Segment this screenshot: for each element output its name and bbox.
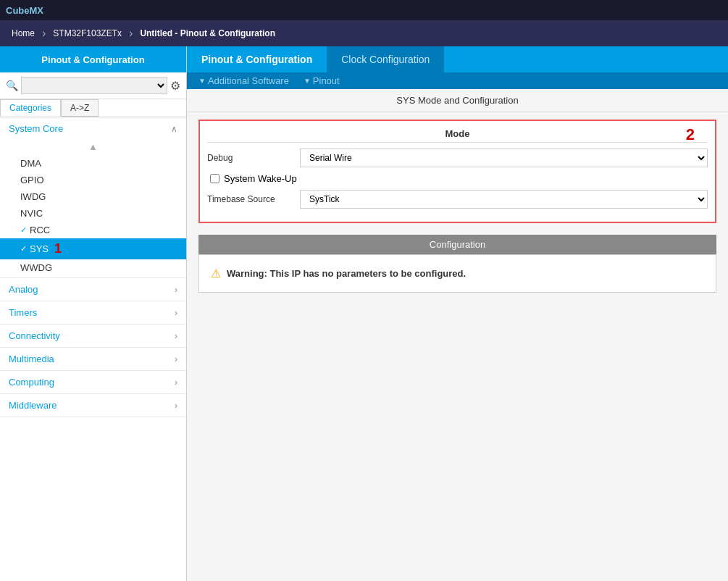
sidebar-item-rcc[interactable]: ✓ RCC <box>0 222 186 238</box>
gpio-label: GPIO <box>20 175 44 185</box>
filter-tabs: Categories A->Z <box>0 99 186 117</box>
rcc-label: RCC <box>30 225 50 235</box>
top-bar: CubeMX <box>0 0 728 20</box>
config-bottom-header: Configuration <box>198 235 716 254</box>
sys-label: SYS <box>30 243 49 254</box>
config-bottom: Configuration ⚠ Warning: This IP has no … <box>198 235 716 293</box>
tab-categories[interactable]: Categories <box>0 99 61 117</box>
debug-row: Debug Serial Wire No Debug Trace Asynchr… <box>207 149 708 167</box>
dropdown-arrow-pinout: ▼ <box>304 77 311 85</box>
scroll-hint: ▲ <box>0 140 186 154</box>
search-icon: 🔍 <box>6 80 18 91</box>
rcc-check: ✓ <box>20 225 27 235</box>
system-core-items: DMA GPIO IWDG NVIC ✓ RCC <box>0 154 186 277</box>
sidebar-item-iwdg[interactable]: IWDG <box>0 188 186 205</box>
tab-clock-config[interactable]: Clock Configuration <box>327 46 444 72</box>
sidebar-header: Pinout & Configuration <box>0 46 186 72</box>
category-header-analog[interactable]: Analog › <box>0 278 186 301</box>
breadcrumb-home[interactable]: Home <box>4 25 42 41</box>
warning-text: Warning: This IP has no parameters to be… <box>227 268 466 279</box>
category-connectivity: Connectivity › <box>0 325 186 348</box>
brand-label: CubeMX <box>6 5 43 16</box>
mode-header: Mode <box>207 128 708 143</box>
system-wakeup-label: System Wake-Up <box>224 173 297 184</box>
main-layout: Pinout & Configuration 🔍 ⚙ Categories A-… <box>0 46 728 581</box>
sys-check: ✓ <box>20 244 27 254</box>
subtab-additional-software[interactable]: ▼ Additional Software <box>193 74 295 88</box>
category-header-timers[interactable]: Timers › <box>0 301 186 324</box>
chevron-analog: › <box>175 285 177 295</box>
category-analog: Analog › <box>0 278 186 301</box>
chevron-middleware: › <box>175 401 177 411</box>
category-header-multimedia[interactable]: Multimedia › <box>0 348 186 370</box>
sidebar-content: System Core ∧ ▲ DMA GPIO IWDG NVIC <box>0 117 186 581</box>
chevron-system-core: ∧ <box>171 124 177 134</box>
timebase-select[interactable]: SysTick TIM1 TIM2 TIM3 <box>300 190 708 209</box>
iwdg-label: IWDG <box>20 191 46 202</box>
debug-select[interactable]: Serial Wire No Debug Trace Asynchronous … <box>300 149 708 167</box>
tab-az[interactable]: A->Z <box>61 99 99 117</box>
chevron-computing: › <box>175 377 177 388</box>
system-wakeup-row: System Wake-Up <box>207 173 708 184</box>
dma-label: DMA <box>20 158 41 169</box>
top-tabs: Pinout & Configuration Clock Configurati… <box>187 46 728 72</box>
sidebar-item-gpio[interactable]: GPIO <box>0 172 186 188</box>
category-timers: Timers › <box>0 301 186 325</box>
mode-section: Mode Debug Serial Wire No Debug Trace As… <box>198 120 716 223</box>
sidebar-item-sys[interactable]: ✓ SYS 1 <box>0 238 186 259</box>
wwdg-label: WWDG <box>20 262 52 273</box>
breadcrumb-device[interactable]: STM32F103ZETx <box>46 25 129 41</box>
chevron-connectivity: › <box>175 331 177 341</box>
annotation-1: 1 <box>54 241 62 256</box>
sidebar-item-dma[interactable]: DMA <box>0 155 186 172</box>
gear-icon[interactable]: ⚙ <box>170 79 180 93</box>
category-header-computing[interactable]: Computing › <box>0 371 186 393</box>
system-wakeup-checkbox[interactable] <box>210 174 219 183</box>
category-header-middleware[interactable]: Middleware › <box>0 394 186 417</box>
subtab-pinout[interactable]: ▼ Pinout <box>298 74 346 88</box>
main-content: Pinout & Configuration Clock Configurati… <box>187 46 728 581</box>
timebase-label: Timebase Source <box>207 194 294 204</box>
breadcrumb: Home › STM32F103ZETx › Untitled - Pinout… <box>0 20 728 46</box>
breadcrumb-current[interactable]: Untitled - Pinout & Configuration <box>133 25 283 41</box>
search-bar: 🔍 ⚙ <box>0 72 186 99</box>
chevron-timers: › <box>175 308 177 318</box>
debug-label: Debug <box>207 153 294 163</box>
panel-title: SYS Mode and Configuration <box>187 89 728 112</box>
timebase-row: Timebase Source SysTick TIM1 TIM2 TIM3 <box>207 190 708 209</box>
search-dropdown[interactable] <box>21 77 167 94</box>
sidebar-item-nvic[interactable]: NVIC <box>0 205 186 222</box>
sub-tabs: ▼ Additional Software ▼ Pinout <box>187 72 728 89</box>
dropdown-arrow-additional: ▼ <box>198 77 206 85</box>
category-header-system-core[interactable]: System Core ∧ <box>0 117 186 140</box>
config-bottom-body: ⚠ Warning: This IP has no parameters to … <box>198 254 716 293</box>
chevron-multimedia: › <box>175 354 177 364</box>
sidebar: Pinout & Configuration 🔍 ⚙ Categories A-… <box>0 46 187 581</box>
category-system-core: System Core ∧ ▲ DMA GPIO IWDG NVIC <box>0 117 186 278</box>
sidebar-item-wwdg[interactable]: WWDG <box>0 259 186 276</box>
tab-pinout-config[interactable]: Pinout & Configuration <box>187 46 327 72</box>
warning-icon: ⚠ <box>211 267 221 280</box>
config-panel: SYS Mode and Configuration Mode Debug Se… <box>187 89 728 581</box>
category-middleware: Middleware › <box>0 394 186 417</box>
nvic-label: NVIC <box>20 208 43 219</box>
category-multimedia: Multimedia › <box>0 348 186 371</box>
category-computing: Computing › <box>0 371 186 394</box>
category-header-connectivity[interactable]: Connectivity › <box>0 325 186 347</box>
